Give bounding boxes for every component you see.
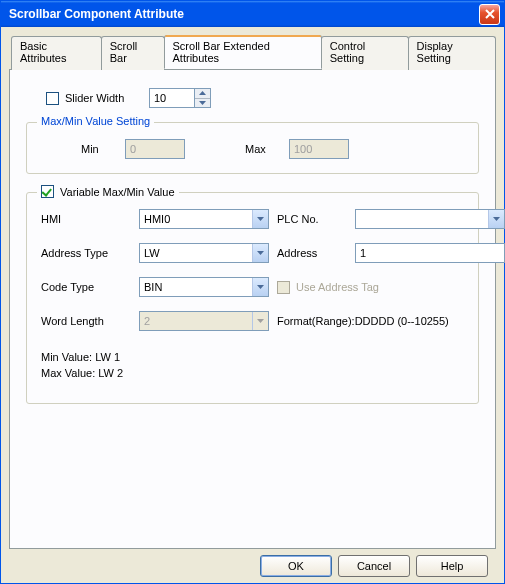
min-label: Min xyxy=(81,143,115,155)
hmi-label: HMI xyxy=(41,213,131,225)
maxmin-group: Max/Min Value Setting Min 0 Max 100 xyxy=(26,122,479,174)
tab-control-setting[interactable]: Control Setting xyxy=(321,36,409,70)
addrtype-label: Address Type xyxy=(41,247,131,259)
use-address-tag-checkbox xyxy=(277,281,290,294)
chevron-down-icon xyxy=(488,210,504,228)
client-area: Basic Attributes Scroll Bar Scroll Bar E… xyxy=(1,27,504,583)
codetype-combo[interactable]: BIN xyxy=(139,277,269,297)
spinner-up[interactable] xyxy=(195,89,210,98)
max-input: 100 xyxy=(289,139,349,159)
dialog-window: Scrollbar Component Attribute Basic Attr… xyxy=(0,0,505,584)
format-range-label: Format(Range):DDDDD (0--10255) xyxy=(277,315,505,327)
addrtype-combo[interactable]: LW xyxy=(139,243,269,263)
variable-checkbox[interactable] xyxy=(41,185,54,198)
hmi-combo[interactable]: HMI0 xyxy=(139,209,269,229)
help-button[interactable]: Help xyxy=(416,555,488,577)
tab-basic-attributes[interactable]: Basic Attributes xyxy=(11,36,102,70)
tab-scroll-bar[interactable]: Scroll Bar xyxy=(101,36,165,70)
close-button[interactable] xyxy=(479,4,500,25)
value-notes: Min Value: LW 1 Max Value: LW 2 xyxy=(41,349,464,381)
max-label: Max xyxy=(245,143,279,155)
min-value-note: Min Value: LW 1 xyxy=(41,349,464,365)
ok-button[interactable]: OK xyxy=(260,555,332,577)
maxmin-legend: Max/Min Value Setting xyxy=(37,115,154,127)
slider-width-label: Slider Width xyxy=(65,92,149,104)
address-label: Address xyxy=(277,247,347,259)
window-title: Scrollbar Component Attribute xyxy=(9,7,479,21)
wordlen-combo: 2 xyxy=(139,311,269,331)
codetype-label: Code Type xyxy=(41,281,131,293)
wordlen-label: Word Length xyxy=(41,315,131,327)
tab-extended-attributes[interactable]: Scroll Bar Extended Attributes xyxy=(164,35,322,69)
slider-width-spinner[interactable] xyxy=(195,88,211,108)
cancel-button[interactable]: Cancel xyxy=(338,555,410,577)
chevron-down-icon xyxy=(252,210,268,228)
chevron-down-icon xyxy=(252,244,268,262)
chevron-down-icon xyxy=(252,278,268,296)
address-input[interactable]: 1 xyxy=(355,243,505,263)
max-value-note: Max Value: LW 2 xyxy=(41,365,464,381)
button-bar: OK Cancel Help xyxy=(9,549,496,577)
chevron-down-icon xyxy=(252,312,268,330)
chevron-down-icon xyxy=(199,100,206,105)
slider-width-checkbox[interactable] xyxy=(46,92,59,105)
variable-legend: Variable Max/Min Value xyxy=(37,185,179,198)
close-icon xyxy=(485,9,495,19)
titlebar: Scrollbar Component Attribute xyxy=(1,1,504,27)
plcno-label: PLC No. xyxy=(277,214,347,225)
chevron-up-icon xyxy=(199,91,206,96)
tab-strip: Basic Attributes Scroll Bar Scroll Bar E… xyxy=(11,35,496,69)
use-address-tag-label: Use Address Tag xyxy=(296,281,379,293)
min-input: 0 xyxy=(125,139,185,159)
tab-display-setting[interactable]: Display Setting xyxy=(408,36,496,70)
variable-group: Variable Max/Min Value HMI HMI0 PLC No. … xyxy=(26,192,479,404)
spinner-down[interactable] xyxy=(195,98,210,108)
slider-width-input[interactable]: 10 xyxy=(149,88,195,108)
plcno-combo[interactable] xyxy=(355,209,505,229)
tab-page: Slider Width 10 Max/Min Value Setting Mi… xyxy=(9,69,496,549)
